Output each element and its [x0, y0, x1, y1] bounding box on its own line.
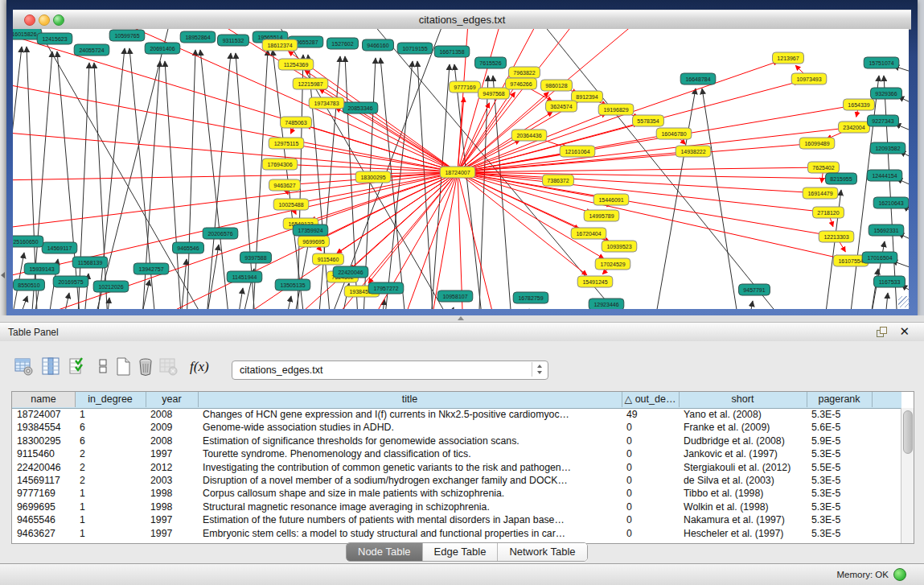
node-16671358[interactable]: 16671358	[434, 46, 470, 57]
memory-ok-indicator[interactable]	[893, 568, 906, 581]
node-12213303[interactable]: 12213303	[819, 231, 854, 242]
edge[interactable]	[186, 50, 195, 309]
create-column-button[interactable]	[114, 357, 135, 378]
edge[interactable]	[13, 74, 458, 172]
scrollbar-thumb[interactable]	[903, 410, 913, 454]
column-header-short[interactable]: short	[679, 392, 807, 407]
table-row[interactable]: 1830029562008Estimation of significance …	[12, 435, 901, 447]
edge[interactable]	[458, 93, 515, 172]
edge[interactable]	[201, 245, 219, 309]
function-builder-button[interactable]: f(x)	[190, 359, 211, 380]
node-9465546[interactable]: 9465546	[173, 242, 204, 253]
node-5578354[interactable]: 5578354	[633, 115, 664, 126]
edge[interactable]	[133, 280, 150, 309]
node-9746266[interactable]: 9746266	[506, 78, 537, 89]
edge[interactable]	[458, 172, 826, 235]
node-9115460[interactable]: 9115460	[313, 253, 344, 265]
tab-edge-table[interactable]: Edge Table	[423, 543, 499, 561]
node-1527602[interactable]: 1527602	[327, 38, 359, 49]
edge[interactable]	[458, 172, 730, 309]
node-8550510[interactable]: 8550510	[14, 279, 45, 290]
table-row[interactable]: 969969511998Structural magnetic resonanc…	[12, 501, 901, 513]
node-12215987[interactable]: 12215987	[293, 78, 328, 89]
divider-handle-icon[interactable]	[458, 316, 464, 320]
node-16648784[interactable]: 16648784	[680, 73, 716, 84]
node-16720404[interactable]: 16720404	[571, 228, 606, 239]
delete-column-button[interactable]	[137, 357, 158, 378]
edge[interactable]	[438, 307, 454, 309]
node-12161064[interactable]: 12161064	[560, 146, 595, 157]
node-17016504[interactable]: 17016504	[862, 252, 897, 263]
edge[interactable]	[232, 288, 243, 309]
node-10958107[interactable]: 10958107	[437, 290, 473, 302]
node-9329366[interactable]: 9329366	[871, 88, 902, 99]
node-22420046[interactable]: 22420046	[333, 266, 368, 278]
edge[interactable]	[458, 172, 818, 212]
node-12923446[interactable]: 12923446	[589, 299, 624, 309]
float-panel-icon[interactable]	[877, 327, 887, 337]
edge[interactable]	[368, 172, 458, 283]
select-columns-button[interactable]	[69, 357, 90, 378]
node-9860128[interactable]: 9860128	[541, 80, 573, 91]
table-mode-button[interactable]	[14, 357, 35, 378]
node-15692331[interactable]: 15692331	[869, 225, 904, 236]
node-1213967[interactable]: 1213967	[773, 52, 804, 64]
node-18952864[interactable]: 18952864	[180, 31, 216, 43]
node-9463627[interactable]: 9463627	[269, 179, 301, 191]
table-body[interactable]: 1872400712008Changes of HCN gene express…	[12, 408, 901, 543]
edge[interactable]	[279, 296, 291, 309]
node-9699695[interactable]: 9699695	[298, 236, 330, 247]
network-view-frame[interactable]: citations_edges.txt 16015826124156232405…	[6, 0, 918, 315]
network-frame-titlebar[interactable]: citations_edges.txt	[13, 10, 911, 30]
node-19196829[interactable]: 19196829	[598, 104, 634, 115]
node-16782759[interactable]: 16782759	[513, 292, 548, 303]
table-row[interactable]: 1456911722003Disruption of a novel membe…	[12, 474, 901, 487]
node-19734783[interactable]: 19734783	[309, 97, 344, 109]
citation-network-graph[interactable]: 1601582612415623240557241059976520691406…	[13, 29, 909, 309]
column-header-pagerank[interactable]: pagerank	[807, 392, 873, 407]
node-11568139[interactable]: 11568139	[72, 257, 108, 268]
node-9466160[interactable]: 9466160	[363, 39, 394, 51]
node-20853346[interactable]: 20853346	[343, 102, 378, 113]
hub-node-18724007[interactable]: 18724007	[440, 167, 475, 178]
tab-node-table[interactable]: Node Table	[347, 543, 423, 561]
node-17957272[interactable]: 17957272	[368, 282, 404, 294]
node-11451944[interactable]: 11451944	[227, 271, 262, 282]
vertical-scrollbar[interactable]	[901, 408, 914, 543]
node-16046780[interactable]: 16046780	[656, 128, 692, 139]
edge[interactable]	[884, 76, 899, 309]
node-9311532[interactable]: 9311532	[218, 35, 249, 46]
column-header-year[interactable]: year	[146, 392, 199, 407]
node-16099489[interactable]: 16099489	[799, 138, 835, 149]
node-14995789[interactable]: 14995789	[584, 210, 619, 221]
node-12444154[interactable]: 12444154	[867, 170, 902, 181]
node-10212026[interactable]: 10212026	[93, 281, 129, 292]
split-pane-divider[interactable]	[0, 315, 924, 323]
node-10973493[interactable]: 10973493	[791, 73, 827, 84]
node-15751074[interactable]: 15751074	[864, 57, 899, 68]
edge[interactable]	[203, 53, 231, 309]
node-20691406[interactable]: 20691406	[145, 43, 180, 54]
row-height-button[interactable]	[95, 357, 116, 378]
column-header-out_de[interactable]: △ out_de…	[622, 392, 680, 407]
node-7386372[interactable]: 7386372	[543, 175, 574, 186]
node-9777169[interactable]: 9777169	[450, 81, 481, 93]
edge[interactable]	[297, 145, 458, 172]
column-header-name[interactable]: name	[12, 392, 76, 407]
table-source-select[interactable]: citations_edges.txt	[232, 360, 548, 380]
edge[interactable]	[702, 89, 743, 309]
left-splitter[interactable]	[0, 0, 6, 322]
node-20169575[interactable]: 20169575	[53, 276, 88, 287]
edge[interactable]	[534, 29, 807, 309]
node-15491245[interactable]: 15491245	[577, 276, 613, 287]
edge[interactable]	[380, 58, 409, 309]
node-12093582[interactable]: 12093582	[870, 142, 906, 154]
node-7485063[interactable]: 7485063	[281, 117, 312, 128]
table-row[interactable]: 977716911998Corpus callosum shape and si…	[12, 487, 901, 500]
node-15446091[interactable]: 15446091	[593, 194, 629, 205]
node-16210643[interactable]: 16210643	[873, 197, 909, 208]
table-row[interactable]: 946554611997Estimation of the future num…	[12, 513, 901, 526]
edge[interactable]	[57, 51, 83, 309]
node-9227343[interactable]: 9227343	[868, 115, 899, 126]
node-24055724[interactable]: 24055724	[74, 44, 109, 56]
